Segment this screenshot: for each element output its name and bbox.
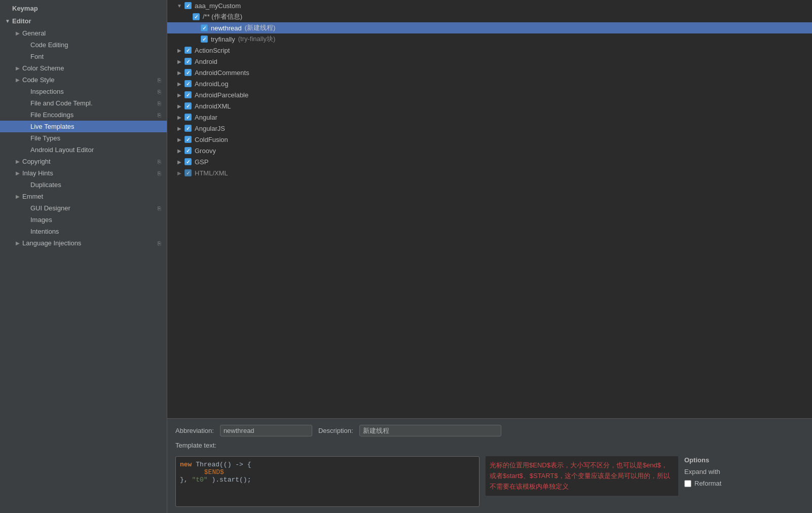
editor-arrow [4, 18, 11, 25]
android-expand-icon [175, 57, 183, 65]
groovy-checkbox[interactable] [184, 147, 192, 154]
sidebar-item-general[interactable]: General [0, 27, 167, 39]
sidebar-item-code-editing[interactable]: Code Editing [0, 39, 167, 51]
sidebar-item-code-style[interactable]: Code Style ⎘ [0, 74, 167, 86]
actionscript-expand-icon [175, 46, 183, 54]
file-code-templates-label: File and Code Templ. [30, 99, 93, 107]
reformat-checkbox[interactable] [684, 480, 691, 487]
language-injections-copy-icon: ⎘ [156, 240, 163, 247]
sidebar-item-copyright[interactable]: Copyright ⎘ [0, 156, 167, 167]
sidebar-item-color-scheme[interactable]: Color Scheme [0, 62, 167, 74]
html-xml-label: HTML/XML [195, 169, 228, 177]
language-injections-label: Language Injections [22, 239, 81, 247]
sidebar-item-file-code-templates[interactable]: File and Code Templ. ⎘ [0, 97, 167, 109]
code-thread-text: Thread(() -> { [196, 461, 251, 468]
keymap-arrow [4, 5, 11, 12]
inlay-hints-label: Inlay Hints [22, 169, 53, 177]
tree-item-html-xml[interactable]: HTML/XML [167, 167, 812, 178]
editor-header[interactable]: Editor [0, 15, 167, 27]
aaa-mycustom-checkbox[interactable] [184, 2, 192, 9]
android-comments-checkbox[interactable] [184, 69, 192, 76]
tree-item-coldfusion[interactable]: ColdFusion [167, 134, 812, 145]
inlay-hints-copy-icon: ⎘ [156, 170, 163, 177]
keymap-header[interactable]: Keymap [0, 2, 167, 15]
code-editing-label: Code Editing [30, 41, 68, 49]
tree-item-android[interactable]: Android [167, 56, 812, 67]
tree-item-author-info[interactable]: /** (作者信息) [167, 11, 812, 22]
sidebar-item-inspections[interactable]: Inspections ⎘ [0, 86, 167, 97]
inlay-hints-arrow [14, 170, 21, 177]
sidebar-item-android-layout-editor[interactable]: Android Layout Editor [0, 144, 167, 156]
coldfusion-checkbox[interactable] [184, 136, 192, 143]
tryfinally-checkbox[interactable] [201, 35, 208, 43]
template-editor[interactable]: new Thread(() -> { $END$ }, "t0" ).start… [175, 456, 479, 507]
gsp-label: GSP [195, 158, 208, 166]
tree-item-android-parcelable[interactable]: AndroidParcelable [167, 89, 812, 100]
file-types-label: File Types [30, 134, 60, 142]
android-parcelable-expand-icon [175, 91, 183, 99]
android-log-checkbox[interactable] [184, 80, 192, 87]
android-xml-expand-icon [175, 102, 183, 110]
description-label: Description: [318, 427, 353, 434]
sidebar-item-font[interactable]: Font [0, 51, 167, 62]
code-style-label: Code Style [22, 76, 55, 84]
tree-item-newthread[interactable]: newthread (新建线程) [167, 22, 812, 33]
actionscript-label: ActionScript [195, 47, 230, 54]
angular-label: Angular [195, 114, 217, 121]
android-parcelable-checkbox[interactable] [184, 91, 192, 98]
angularjs-checkbox[interactable] [184, 125, 192, 132]
file-encodings-copy-icon: ⎘ [156, 112, 163, 119]
sidebar-item-file-encodings[interactable]: File Encodings ⎘ [0, 109, 167, 121]
general-arrow [14, 30, 21, 37]
sidebar-item-language-injections[interactable]: Language Injections ⎘ [0, 237, 167, 249]
general-label: General [22, 29, 46, 37]
duplicates-label: Duplicates [30, 181, 61, 189]
newthread-checkbox[interactable] [201, 24, 208, 31]
sidebar-item-emmet[interactable]: Emmet [0, 191, 167, 202]
sidebar-item-live-templates[interactable]: Live Templates [0, 121, 167, 132]
sidebar-item-duplicates[interactable]: Duplicates [0, 179, 167, 191]
template-tree[interactable]: aaa_myCustom /** (作者信息) newthread (新建线程)… [167, 0, 812, 418]
tooltip-text: 光标的位置用$END$表示，大小写不区分，也可以是$end$，或者$start$… [490, 461, 670, 490]
angular-checkbox[interactable] [184, 114, 192, 121]
newthread-label: newthread [211, 24, 242, 32]
language-injections-arrow [14, 240, 21, 247]
android-log-expand-icon [175, 80, 183, 88]
abbreviation-input[interactable] [220, 425, 312, 436]
description-input[interactable] [359, 425, 501, 436]
tree-item-gsp[interactable]: GSP [167, 156, 812, 167]
gsp-checkbox[interactable] [184, 158, 192, 165]
android-xml-checkbox[interactable] [184, 102, 192, 109]
tree-item-tryfinally[interactable]: tryfinally (try-finally块) [167, 33, 812, 45]
coldfusion-expand-icon [175, 135, 183, 143]
tree-item-android-comments[interactable]: AndroidComments [167, 67, 812, 78]
android-checkbox[interactable] [184, 58, 192, 65]
tree-item-groovy[interactable]: Groovy [167, 145, 812, 156]
sidebar-item-file-types[interactable]: File Types [0, 132, 167, 144]
tree-item-actionscript[interactable]: ActionScript [167, 45, 812, 56]
html-xml-checkbox[interactable] [184, 169, 192, 176]
keymap-label: Keymap [12, 5, 38, 12]
author-info-label: /** (作者信息) [203, 12, 242, 21]
code-close-brace: }, [180, 476, 192, 484]
emmet-arrow [14, 193, 21, 200]
emmet-label: Emmet [22, 193, 43, 200]
sidebar-item-gui-designer[interactable]: GUI Designer ⎘ [0, 202, 167, 214]
tree-item-aaa-mycustom[interactable]: aaa_myCustom [167, 0, 812, 11]
android-comments-expand-icon [175, 68, 183, 77]
tree-item-android-log[interactable]: AndroidLog [167, 78, 812, 89]
tree-item-android-xml[interactable]: AndroidXML [167, 100, 812, 112]
tree-item-angular[interactable]: Angular [167, 112, 812, 123]
author-info-checkbox[interactable] [193, 13, 200, 20]
sidebar-item-images[interactable]: Images [0, 214, 167, 226]
live-templates-label: Live Templates [30, 123, 74, 130]
sidebar-item-inlay-hints[interactable]: Inlay Hints ⎘ [0, 167, 167, 179]
gui-designer-label: GUI Designer [30, 204, 70, 212]
sidebar-item-intentions[interactable]: Intentions [0, 226, 167, 237]
actionscript-checkbox[interactable] [184, 47, 192, 54]
android-label: Android [195, 58, 217, 65]
settings-sidebar: Keymap Editor General Code Editing Font … [0, 0, 167, 513]
tree-item-angularjs[interactable]: AngularJS [167, 123, 812, 134]
color-scheme-label: Color Scheme [22, 64, 64, 72]
reformat-label: Reformat [694, 480, 721, 487]
